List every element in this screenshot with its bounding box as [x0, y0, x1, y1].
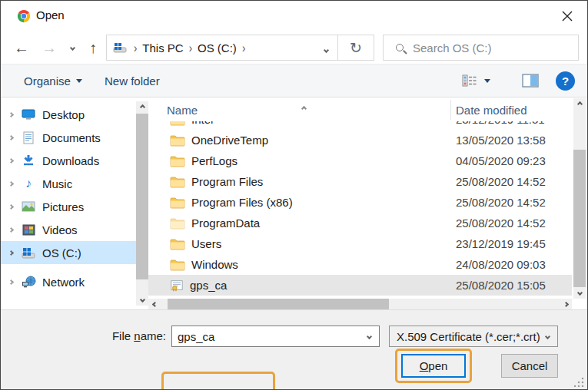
breadcrumb-separator: ›: [134, 41, 137, 55]
file-date: 25/08/2020 14:52: [456, 196, 546, 209]
folder-icon: [170, 258, 185, 272]
file-row-users[interactable]: Users 23/12/2019 19:45: [148, 233, 572, 254]
column-divider[interactable]: [450, 100, 451, 120]
organise-button[interactable]: Organise: [24, 64, 82, 97]
scroll-down-arrow[interactable]: [136, 294, 148, 306]
file-type-dropdown-button[interactable]: [546, 335, 557, 339]
network-icon: [21, 275, 36, 289]
desktop-icon: [21, 107, 36, 121]
file-name: Users: [191, 237, 221, 250]
expand-chevron-icon[interactable]: [1, 205, 21, 209]
search-placeholder: Search OS (C:): [413, 41, 492, 55]
chrome-icon: [17, 9, 31, 23]
new-folder-label: New folder: [105, 74, 160, 88]
file-row-intel[interactable]: Intel 23/12/2019 11:51: [148, 121, 572, 130]
column-header-date-modified[interactable]: Date modified: [456, 104, 527, 117]
sidebar-item-downloads[interactable]: Downloads: [1, 149, 136, 172]
breadcrumb[interactable]: › This PC › OS (C:) ›: [107, 35, 337, 60]
file-date: 25/08/2020 14:52: [456, 216, 546, 230]
file-name: ProgramData: [191, 216, 260, 230]
file-name-input[interactable]: gps_ca: [171, 326, 380, 347]
scrollbar-thumb[interactable]: [168, 299, 389, 310]
sidebar-item-network[interactable]: Network: [1, 270, 136, 293]
expand-chevron-icon[interactable]: [1, 136, 21, 140]
folder-icon: [170, 237, 185, 251]
breadcrumb-this-pc[interactable]: This PC: [142, 41, 183, 55]
column-headers: Name Date modified: [148, 98, 572, 121]
new-folder-button[interactable]: New folder: [105, 64, 160, 97]
file-rows: Intel 23/12/2019 11:51 OneDriveTemp 13/0…: [148, 121, 572, 299]
folder-icon: [170, 121, 185, 127]
file-list: Name Date modified Intel 23/12/2019 11:5…: [148, 98, 587, 311]
file-row-programdata[interactable]: ProgramData 25/08/2020 14:52: [148, 213, 572, 233]
file-name: gps_ca: [190, 279, 227, 292]
expand-chevron-icon[interactable]: [1, 280, 21, 284]
scrollbar-thumb[interactable]: [573, 150, 586, 288]
scrollbar-thumb[interactable]: [136, 114, 148, 279]
expand-chevron-icon[interactable]: [1, 251, 21, 255]
file-name: Program Files (x86): [191, 196, 293, 209]
file-name: Program Files: [191, 175, 263, 188]
folder-icon: [170, 216, 185, 230]
expand-chevron-icon[interactable]: [1, 228, 21, 232]
sidebar-item-label: Documents: [42, 131, 101, 144]
up-button[interactable]: ↑: [82, 31, 104, 64]
folder-icon: [170, 175, 185, 189]
address-dropdown-button[interactable]: [324, 41, 337, 55]
sidebar-item-pictures[interactable]: Pictures: [1, 195, 136, 218]
sidebar-item-label: Pictures: [42, 200, 84, 213]
file-row-program-files-x86[interactable]: Program Files (x86) 25/08/2020 14:52: [148, 192, 572, 213]
breadcrumb-os-c[interactable]: OS (C:): [198, 41, 237, 55]
sidebar-item-label: Network: [42, 276, 85, 289]
back-button[interactable]: ←: [10, 31, 33, 64]
scroll-down-arrow[interactable]: [573, 287, 586, 299]
file-date: 24/08/2020 09:03: [456, 258, 546, 271]
refresh-button[interactable]: ↻: [337, 35, 374, 60]
scroll-left-arrow[interactable]: [148, 299, 161, 310]
file-row-windows[interactable]: Windows 24/08/2020 09:03: [148, 254, 572, 275]
folder-icon: [170, 154, 185, 168]
file-row-program-files[interactable]: Program Files 25/08/2020 14:52: [148, 171, 572, 192]
navigation-pane: Desktop Documents Downloads ♪ Music: [1, 98, 148, 311]
sidebar-item-music[interactable]: ♪ Music: [1, 172, 136, 195]
help-icon: ?: [556, 71, 575, 91]
scroll-right-arrow[interactable]: [560, 299, 572, 310]
scroll-up-arrow[interactable]: [573, 98, 586, 110]
sidebar-item-label: Videos: [42, 223, 78, 236]
file-row-onedrivetemp[interactable]: OneDriveTemp 13/05/2020 13:58: [148, 130, 572, 150]
file-name-dropdown-button[interactable]: [367, 335, 379, 339]
cancel-button[interactable]: Cancel: [501, 354, 558, 378]
view-mode-button[interactable]: [462, 64, 490, 97]
sidebar-item-videos[interactable]: Videos: [1, 218, 136, 241]
forward-button[interactable]: →: [38, 31, 61, 64]
filelist-vertical-scrollbar[interactable]: [572, 98, 587, 299]
drive-icon: [21, 246, 36, 259]
folder-icon: [170, 134, 185, 147]
sidebar-item-os-c[interactable]: OS (C:): [1, 241, 136, 264]
expand-chevron-icon[interactable]: [1, 113, 21, 117]
column-header-name[interactable]: Name: [167, 104, 198, 117]
close-button[interactable]: [556, 5, 578, 27]
main-area: Desktop Documents Downloads ♪ Music: [1, 98, 587, 311]
scroll-up-arrow[interactable]: [136, 101, 148, 113]
resize-grip[interactable]: [574, 377, 584, 387]
dropdown-arrow-icon: [76, 79, 82, 83]
help-button[interactable]: ?: [556, 64, 575, 97]
preview-pane-button[interactable]: [522, 64, 539, 97]
recent-locations-button[interactable]: [64, 31, 81, 64]
file-name: Windows: [191, 258, 238, 271]
sidebar-item-desktop[interactable]: Desktop: [1, 103, 136, 126]
sidebar-scrollbar[interactable]: [136, 101, 148, 306]
file-row-gps-ca[interactable]: gps_ca 25/08/2020 15:05: [148, 275, 572, 296]
file-row-perflogs[interactable]: PerfLogs 04/05/2020 09:23: [148, 150, 572, 171]
file-date: 13/05/2020 13:58: [456, 134, 546, 147]
expand-chevron-icon[interactable]: [1, 159, 21, 163]
file-name: OneDriveTemp: [191, 134, 268, 147]
open-button[interactable]: Open: [401, 354, 466, 378]
sidebar-item-documents[interactable]: Documents: [1, 126, 136, 149]
dialog-footer: File name: gps_ca X.509 Certificate (*.c…: [1, 309, 587, 389]
search-box[interactable]: Search OS (C:): [383, 35, 579, 61]
expand-chevron-icon[interactable]: [1, 182, 21, 186]
file-type-select[interactable]: X.509 Certificate (*.cer;*.crt): [389, 326, 558, 347]
chevron-down-icon: [69, 45, 75, 50]
